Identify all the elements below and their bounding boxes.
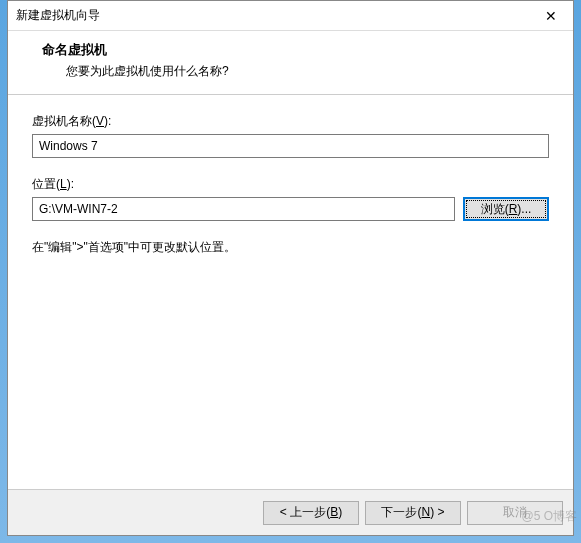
next-button[interactable]: 下一步(N) >: [365, 501, 461, 525]
location-label: 位置(L):: [32, 176, 549, 193]
close-icon: ✕: [545, 8, 557, 24]
titlebar: 新建虚拟机向导 ✕: [8, 1, 573, 31]
vm-name-label: 虚拟机名称(V):: [32, 113, 549, 130]
footer: < 上一步(B) 下一步(N) > 取消: [8, 489, 573, 535]
window-title: 新建虚拟机向导: [16, 7, 100, 24]
location-group: 位置(L): 浏览(R)...: [32, 176, 549, 221]
hint-text: 在"编辑">"首选项"中可更改默认位置。: [32, 239, 549, 256]
header-area: 命名虚拟机 您要为此虚拟机使用什么名称?: [8, 31, 573, 95]
wizard-dialog: 新建虚拟机向导 ✕ 命名虚拟机 您要为此虚拟机使用什么名称? 虚拟机名称(V):…: [7, 0, 574, 536]
location-input[interactable]: [32, 197, 455, 221]
vm-name-group: 虚拟机名称(V):: [32, 113, 549, 158]
location-row: 浏览(R)...: [32, 197, 549, 221]
page-title: 命名虚拟机: [42, 41, 553, 59]
close-button[interactable]: ✕: [529, 2, 573, 30]
browse-button[interactable]: 浏览(R)...: [463, 197, 549, 221]
vm-name-input[interactable]: [32, 134, 549, 158]
page-subtitle: 您要为此虚拟机使用什么名称?: [66, 63, 553, 80]
back-button[interactable]: < 上一步(B): [263, 501, 359, 525]
content-area: 虚拟机名称(V): 位置(L): 浏览(R)... 在"编辑">"首选项"中可更…: [8, 95, 573, 489]
cancel-button[interactable]: 取消: [467, 501, 563, 525]
